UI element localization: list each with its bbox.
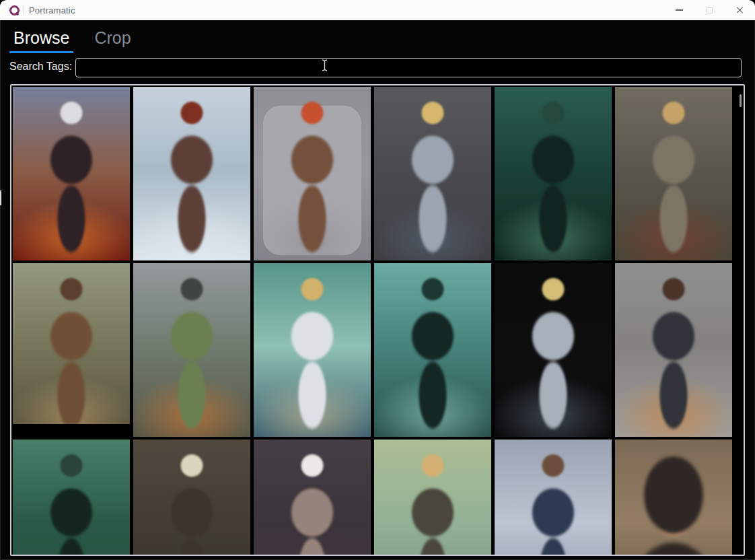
portrait-thumbnail[interactable] bbox=[615, 263, 732, 437]
portrait-thumbnail[interactable] bbox=[13, 263, 130, 437]
maximize-icon bbox=[707, 7, 713, 13]
portrait-figure bbox=[13, 263, 130, 437]
portrait-thumbnail[interactable] bbox=[615, 87, 732, 260]
portrait-thumbnail[interactable] bbox=[254, 440, 371, 556]
close-icon bbox=[736, 6, 744, 14]
portrait-figure bbox=[133, 87, 250, 260]
portrait-figure bbox=[615, 87, 732, 260]
portrait-figure bbox=[615, 440, 732, 556]
portrait-figure bbox=[133, 440, 250, 556]
desktop-edge-artifact bbox=[0, 190, 1, 205]
portrait-figure bbox=[374, 263, 491, 437]
portrait-thumbnail[interactable] bbox=[374, 263, 491, 437]
portrait-figure bbox=[495, 263, 612, 437]
portrait-thumbnail[interactable] bbox=[374, 87, 491, 260]
minimize-button[interactable] bbox=[664, 0, 694, 20]
app-window: Portramatic Browse Crop Search Tags: bbox=[0, 0, 755, 560]
tab-bar: Browse Crop bbox=[9, 27, 135, 53]
portrait-figure bbox=[495, 87, 612, 260]
portrait-thumbnail[interactable] bbox=[133, 263, 250, 437]
portrait-figure bbox=[13, 440, 130, 556]
portrait-figure bbox=[254, 263, 371, 437]
portrait-figure bbox=[615, 263, 732, 437]
title-separator bbox=[24, 5, 24, 15]
search-tags-label: Search Tags: bbox=[9, 61, 72, 73]
portrait-thumbnail[interactable] bbox=[133, 440, 250, 556]
window-controls bbox=[664, 0, 755, 20]
portrait-figure bbox=[254, 87, 371, 260]
minimize-icon bbox=[676, 9, 683, 11]
portrait-thumbnail[interactable] bbox=[13, 440, 130, 556]
close-button[interactable] bbox=[725, 0, 755, 20]
portrait-thumbnail[interactable] bbox=[133, 87, 250, 260]
portrait-thumbnail[interactable] bbox=[495, 263, 612, 437]
portrait-thumbnail[interactable] bbox=[495, 87, 612, 260]
gallery-scrollbar-thumb[interactable] bbox=[740, 94, 742, 107]
portrait-thumbnail[interactable] bbox=[254, 263, 371, 437]
portrait-thumbnail[interactable] bbox=[495, 440, 612, 556]
window-title: Portramatic bbox=[29, 5, 75, 15]
search-tags-input[interactable] bbox=[75, 58, 742, 77]
maximize-button[interactable] bbox=[694, 0, 725, 20]
portrait-figure bbox=[133, 263, 250, 437]
tab-crop[interactable]: Crop bbox=[90, 27, 135, 53]
gallery-panel bbox=[10, 84, 745, 556]
portrait-figure bbox=[374, 87, 491, 260]
portrait-thumbnail[interactable] bbox=[13, 87, 130, 260]
portrait-thumbnail[interactable] bbox=[615, 440, 732, 556]
portrait-thumbnail[interactable] bbox=[254, 87, 371, 260]
portrait-grid bbox=[13, 87, 732, 556]
ibeam-cursor bbox=[321, 59, 328, 71]
titlebar: Portramatic bbox=[0, 0, 755, 20]
portrait-figure bbox=[13, 87, 130, 260]
tab-browse[interactable]: Browse bbox=[9, 27, 73, 53]
portrait-thumbnail[interactable] bbox=[374, 440, 491, 556]
portrait-figure bbox=[374, 440, 491, 556]
app-logo-icon bbox=[9, 5, 20, 15]
portrait-figure bbox=[254, 440, 371, 556]
portrait-figure bbox=[495, 440, 612, 556]
portrait-letterbox bbox=[13, 424, 130, 437]
